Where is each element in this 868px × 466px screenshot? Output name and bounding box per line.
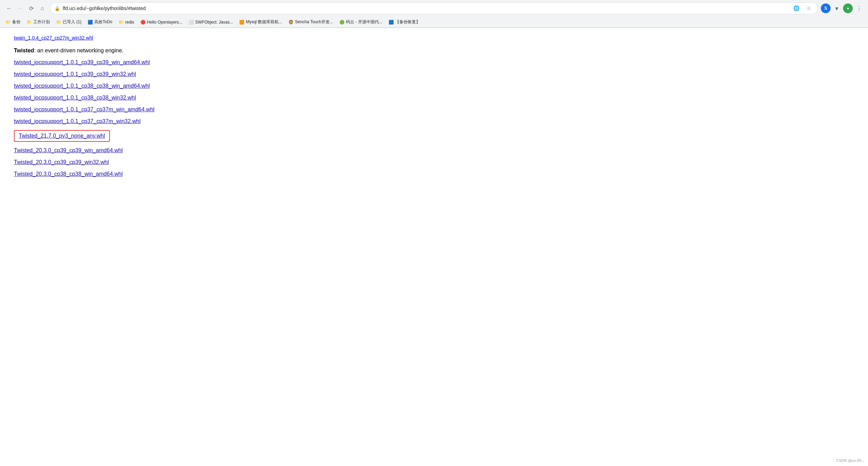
browser-toolbar: ← → ⟳ ⌂ 🔒 lfd.uci.edu/~gohlke/pythonlibs… bbox=[0, 0, 868, 17]
package-link-3[interactable]: twisted_iocpsupport_1.0.1_cp38_cp38_win3… bbox=[14, 95, 136, 101]
package-link-9[interactable]: Twisted_20.3.0_cp38_cp38_win_amd64.whl bbox=[14, 171, 123, 177]
bookmark-label-2: 工作计划 bbox=[33, 19, 50, 25]
bookmark-label-11: 【备份恢复】 bbox=[395, 19, 420, 25]
bookmark-label-3: 已导入 (1) bbox=[63, 19, 81, 25]
todo-icon: 🟦 bbox=[88, 20, 93, 25]
bookmark-item-hello-openlayers[interactable]: 🔴 Hello Openlayers... bbox=[138, 18, 185, 26]
bookmark-item-mysql[interactable]: 🟧 Mysql 数据库双机... bbox=[236, 18, 285, 26]
bookmark-label-8: Mysql 数据库双机... bbox=[246, 19, 282, 25]
reload-button[interactable]: ⟳ bbox=[26, 3, 36, 13]
link-list: twisted_iocpsupport_1.0.1_cp39_cp39_win_… bbox=[14, 59, 298, 177]
swf-icon: ⬜ bbox=[189, 20, 194, 25]
folder-icon-3: 📁 bbox=[56, 20, 61, 25]
bookmarks-bar: 📁 备份 📁 工作计划 📁 已导入 (1) 🟦 高效ToDo 📁 redis 🔴… bbox=[0, 17, 868, 28]
extensions-icon[interactable]: ▼ bbox=[832, 3, 842, 13]
sencha-icon: 🦁 bbox=[288, 20, 294, 25]
bookmark-item-gongzuojihua[interactable]: 📁 工作计划 bbox=[24, 18, 53, 26]
forward-button[interactable]: → bbox=[15, 3, 25, 13]
home-button[interactable]: ⌂ bbox=[37, 3, 47, 13]
list-item: Twisted_20.3.0_cp38_cp38_win_amd64.whl bbox=[14, 171, 298, 177]
package-link-6[interactable]: Twisted_21.7.0_py3_none_any.whl bbox=[19, 133, 105, 139]
section-heading-rest: : an event-driven networking engine. bbox=[34, 48, 123, 53]
star-icon[interactable]: ☆ bbox=[804, 3, 814, 13]
highlight-box: Twisted_21.7.0_py3_none_any.whl bbox=[14, 130, 110, 142]
bookmark-label-10: 码云 - 开源中国代... bbox=[346, 19, 382, 25]
bookmark-label-9: Sencha Touch开发... bbox=[295, 19, 333, 25]
list-item: twisted_iocpsupport_1.0.1_cp39_cp39_win3… bbox=[14, 71, 298, 77]
list-item: Twisted_20.3.0_cp39_cp39_win32.whl bbox=[14, 159, 298, 165]
menu-icon[interactable]: ⋮ bbox=[854, 3, 864, 13]
mysql-icon: 🟧 bbox=[239, 20, 244, 25]
profile-avatar-2[interactable]: ● bbox=[843, 3, 853, 13]
back-button[interactable]: ← bbox=[4, 3, 14, 13]
folder-icon-4: 📁 bbox=[119, 20, 124, 25]
nav-buttons: ← → ⟳ ⌂ bbox=[4, 3, 47, 13]
package-link-1[interactable]: twisted_iocpsupport_1.0.1_cp39_cp39_win3… bbox=[14, 71, 136, 77]
list-item: twisted_iocpsupport_1.0.1_cp39_cp39_win_… bbox=[14, 59, 298, 66]
package-link-4[interactable]: twisted_iocpsupport_1.0.1_cp37_cp37m_win… bbox=[14, 106, 155, 112]
bookmark-item-backup[interactable]: 🟦 【备份恢复】 bbox=[386, 18, 423, 26]
bookmark-item-befen[interactable]: 📁 备份 bbox=[3, 18, 23, 26]
bookmark-label: 备份 bbox=[12, 19, 20, 25]
bookmark-item-gitee[interactable]: 🟢 码云 - 开源中国代... bbox=[337, 18, 385, 26]
bookmark-label-5: redis bbox=[125, 20, 134, 25]
package-link-5[interactable]: twisted_iocpsupport_1.0.1_cp37_cp37m_win… bbox=[14, 118, 141, 124]
list-item: twisted_iocpsupport_1.0.1_cp38_cp38_win_… bbox=[14, 83, 298, 89]
profile-avatar[interactable]: S bbox=[821, 3, 831, 13]
translate-icon[interactable]: 🌐 bbox=[791, 3, 801, 13]
package-link-7[interactable]: Twisted_20.3.0_cp39_cp39_win_amd64.whl bbox=[14, 147, 123, 153]
url-display: lfd.uci.edu/~gohlke/pythonlibs/#twisted bbox=[63, 6, 789, 11]
bookmark-item-yidaoru[interactable]: 📁 已导入 (1) bbox=[53, 18, 84, 26]
lock-icon: 🔒 bbox=[54, 6, 60, 11]
package-link-8[interactable]: Twisted_20.3.0_cp39_cp39_win32.whl bbox=[14, 159, 109, 165]
bookmark-label-4: 高效ToDo bbox=[94, 19, 112, 25]
top-link[interactable]: twain_1.0.4_cp27_cp27m_win32.whl bbox=[14, 35, 298, 41]
page-content: twain_1.0.4_cp27_cp27m_win32.whl Twisted… bbox=[0, 28, 312, 190]
bookmark-item-sencha[interactable]: 🦁 Sencha Touch开发... bbox=[286, 18, 336, 26]
list-item: twisted_iocpsupport_1.0.1_cp37_cp37m_win… bbox=[14, 118, 298, 124]
folder-icon: 📁 bbox=[6, 20, 11, 25]
package-link-0[interactable]: twisted_iocpsupport_1.0.1_cp39_cp39_win_… bbox=[14, 59, 150, 65]
list-item: twisted_iocpsupport_1.0.1_cp37_cp37m_win… bbox=[14, 106, 298, 113]
backup-icon: 🟦 bbox=[389, 20, 394, 25]
bookmark-item-redis[interactable]: 📁 redis bbox=[116, 18, 137, 26]
section-heading: Twisted: an event-driven networking engi… bbox=[14, 48, 298, 54]
address-bar[interactable]: 🔒 lfd.uci.edu/~gohlke/pythonlibs/#twiste… bbox=[50, 2, 818, 14]
browser-chrome: ← → ⟳ ⌂ 🔒 lfd.uci.edu/~gohlke/pythonlibs… bbox=[0, 0, 868, 28]
bookmark-item-gaoxiaotodo[interactable]: 🟦 高效ToDo bbox=[85, 18, 115, 26]
list-item: twisted_iocpsupport_1.0.1_cp38_cp38_win3… bbox=[14, 95, 298, 101]
package-link-2[interactable]: twisted_iocpsupport_1.0.1_cp38_cp38_win_… bbox=[14, 83, 150, 89]
bookmark-item-swfobject[interactable]: ⬜ SWFObject: Javas... bbox=[186, 18, 236, 26]
folder-icon-2: 📁 bbox=[27, 20, 32, 25]
gitee-icon: 🟢 bbox=[339, 20, 345, 25]
bookmark-label-7: SWFObject: Javas... bbox=[195, 20, 233, 25]
list-item-highlighted: Twisted_21.7.0_py3_none_any.whl bbox=[14, 130, 298, 142]
section-heading-bold: Twisted bbox=[14, 48, 34, 53]
toolbar-icons: S ▼ ● ⋮ bbox=[821, 3, 864, 13]
list-item: Twisted_20.3.0_cp39_cp39_win_amd64.whl bbox=[14, 147, 298, 154]
ol-icon: 🔴 bbox=[140, 20, 146, 25]
bookmark-label-6: Hello Openlayers... bbox=[147, 20, 182, 25]
